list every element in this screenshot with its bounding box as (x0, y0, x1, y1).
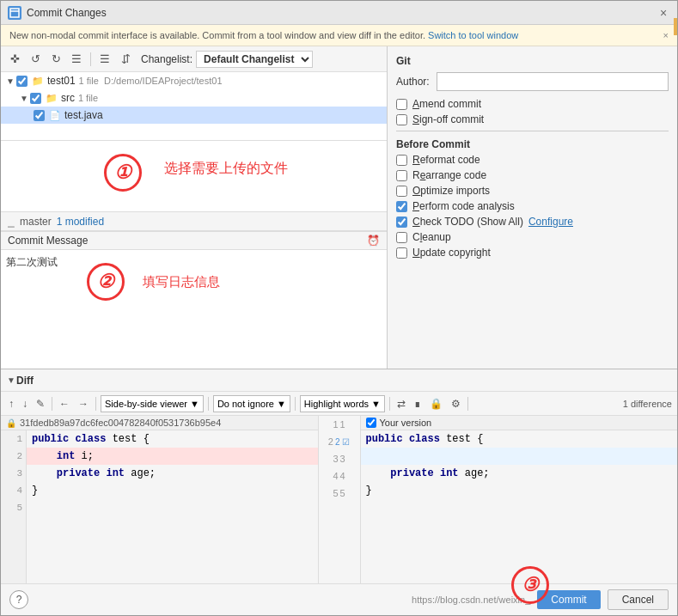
diff-left-hash: 31fdedb89a97dc6fec004782840f0531736b95e4 (20, 418, 221, 428)
expand-icon: ▼ (6, 76, 15, 86)
lock-icon[interactable]: 🔒 (427, 397, 445, 411)
cancel-button[interactable]: Cancel (608, 589, 669, 610)
updatecopyright-label: Update copyright (412, 247, 491, 259)
amend-label: Amend commit (412, 98, 481, 110)
cleanup-row: Cleanup (396, 231, 669, 243)
grid-icon[interactable]: ∎ (412, 397, 424, 411)
url-text: https://blog.csdn.net/weixin_ (412, 595, 530, 605)
viewer-chevron-icon: ▼ (190, 399, 199, 409)
left-panel: ✜ ↺ ↻ ☰ ☰ ⇵ Changelist: Default Changeli… (1, 46, 388, 369)
modified-count[interactable]: 1 modified (57, 216, 104, 228)
viewer-label: Side-by-side viewer (105, 399, 187, 409)
tree-item-project[interactable]: ▼ 📁 test01 1 file D:/demo/IDEAProject/te… (1, 72, 387, 89)
author-input[interactable] (437, 72, 669, 91)
file-checkbox[interactable] (34, 110, 45, 121)
info-bar: New non-modal commit interface is availa… (1, 25, 677, 46)
src-checkbox[interactable] (30, 93, 41, 104)
perform-checkbox[interactable] (396, 201, 407, 212)
gear-icon[interactable]: ⚙ (449, 397, 463, 411)
next-diff-button[interactable]: → (76, 397, 91, 411)
rearrange-checkbox[interactable] (396, 170, 407, 181)
branch-name: master (20, 216, 52, 228)
diff-sep6 (467, 397, 468, 411)
edit-icon[interactable]: ✎ (34, 397, 47, 411)
diff-title: Diff (16, 375, 34, 387)
left-line-4: } (27, 482, 318, 499)
diff-sep3 (208, 397, 209, 411)
diff-left-line-nums: 1 2 3 4 5 (1, 430, 27, 583)
ignore-label: Do not ignore (217, 399, 274, 409)
file-tree: ▼ 📁 test01 1 file D:/demo/IDEAProject/te… (1, 72, 387, 141)
diff-left-code: 1 2 3 4 5 public class test { int i; pri… (1, 430, 318, 583)
help-button[interactable]: ? (9, 590, 28, 609)
app-icon (8, 6, 21, 20)
folder-icon: 📁 (45, 91, 58, 105)
highlight-chevron-icon: ▼ (371, 399, 381, 409)
changelist-dropdown[interactable]: Default Changelist (196, 51, 313, 68)
author-row: Author: (396, 72, 669, 91)
diff-section: ▼ Diff ↑ ↓ ✎ ← → Side-by-side viewer ▼ D… (1, 369, 677, 583)
switch-to-tool-window-link[interactable]: Switch to tool window (428, 30, 518, 40)
viewer-dropdown[interactable]: Side-by-side viewer ▼ (101, 395, 204, 412)
tree-item-file[interactable]: 📄 test.java (1, 107, 387, 124)
highlight-dropdown[interactable]: Highlight words ▼ (300, 395, 385, 412)
right-panel: Git Author: Amend commit Sign-off commit (388, 46, 677, 369)
prev-diff-button[interactable]: ← (57, 397, 72, 411)
diff-expand-icon[interactable]: ▼ (6, 375, 16, 386)
left-line-1: public class test { (27, 430, 318, 448)
bottom-bar: ? https://blog.csdn.net/weixin_ ③ Commit… (1, 583, 677, 615)
src-meta: 1 file (78, 93, 98, 103)
line-num-2: 2 (1, 448, 26, 465)
perform-label: Perform code analysis (412, 200, 515, 212)
expand-icon2: ▼ (20, 94, 28, 103)
project-icon: 📁 (31, 74, 45, 88)
close-button[interactable]: × (657, 6, 670, 20)
checktodo-row: Check TODO (Show All) Configure (396, 216, 669, 228)
git-title: Git (396, 55, 669, 67)
optimize-row: Optimize imports (396, 185, 669, 197)
file-name: test.java (64, 109, 103, 121)
line-num-3: 3 (1, 465, 26, 482)
clock-icon[interactable]: ⏰ (367, 235, 380, 247)
redo-icon[interactable]: ↻ (47, 51, 64, 68)
right-line-4: } (361, 482, 678, 499)
line-num-5: 5 (1, 499, 26, 516)
annotation1-text: 选择需要上传的文件 (164, 160, 288, 178)
reformat-label: Reformat code (412, 154, 480, 166)
cleanup-checkbox[interactable] (396, 232, 407, 243)
info-close-button[interactable]: × (663, 30, 669, 40)
right-line-3: private int age; (361, 465, 678, 482)
sort-icon[interactable]: ⇵ (117, 51, 134, 68)
diff-sep2 (95, 397, 96, 411)
commit-button[interactable]: Commit (537, 590, 600, 609)
collapse-icon[interactable]: ⇄ (394, 397, 408, 411)
annotation1-area: ① 选择需要上传的文件 (1, 141, 387, 211)
reformat-checkbox[interactable] (396, 155, 407, 166)
diff-right-lines: public class test { private int age; } (361, 430, 678, 583)
window-title: Commit Changes (27, 7, 657, 19)
settings-icon[interactable]: ☰ (68, 51, 85, 68)
tree-item-src[interactable]: ▼ 📁 src 1 file (1, 89, 387, 107)
undo-icon[interactable]: ↺ (27, 51, 44, 68)
signoff-label: Sign-off commit (412, 113, 484, 125)
list-icon[interactable]: ☰ (96, 51, 113, 68)
diff-right-file: Your version (361, 416, 678, 430)
java-file-icon: 📄 (48, 108, 62, 122)
ignore-dropdown[interactable]: Do not ignore ▼ (213, 395, 290, 412)
move-up-icon[interactable]: ✜ (6, 51, 23, 68)
scroll-down-button[interactable]: ↓ (20, 397, 30, 411)
amend-checkbox[interactable] (396, 99, 407, 110)
optimize-checkbox[interactable] (396, 186, 407, 197)
configure-link[interactable]: Configure (528, 216, 573, 228)
left-line-2: int i; (27, 448, 318, 465)
updatecopyright-row: Update copyright (396, 247, 669, 259)
signoff-checkbox[interactable] (396, 114, 407, 125)
center-row-2: 22 ☑ (319, 433, 360, 450)
updatecopyright-checkbox[interactable] (396, 247, 407, 259)
project-checkbox[interactable] (16, 76, 27, 87)
title-bar: Commit Changes × (1, 1, 677, 25)
commit-message-input[interactable]: 第二次测试 (1, 250, 387, 369)
your-version-checkbox[interactable] (366, 418, 376, 428)
checktodo-checkbox[interactable] (396, 217, 407, 228)
scroll-up-button[interactable]: ↑ (6, 397, 16, 411)
